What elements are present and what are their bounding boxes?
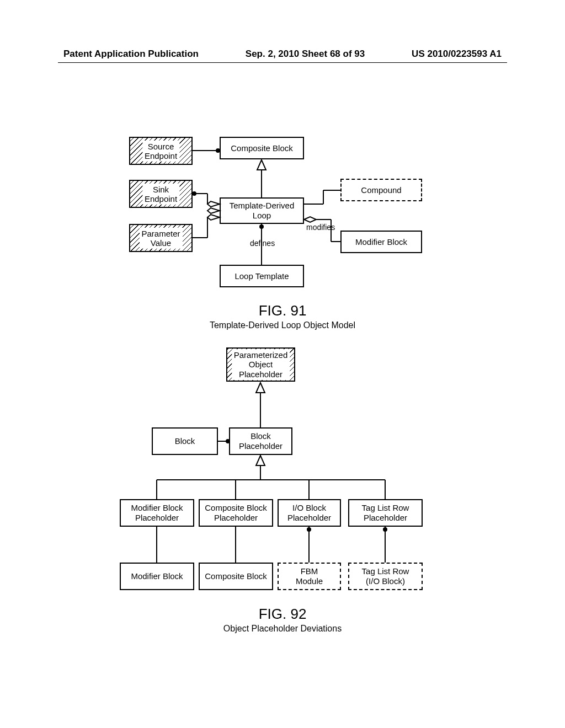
svg-point-38 — [383, 527, 387, 532]
fig92-caption: Object Placeholder Deviations — [172, 624, 393, 634]
svg-marker-15 — [207, 201, 220, 207]
header-center: Sep. 2, 2010 Sheet 68 of 93 — [246, 49, 365, 60]
figure-92: ParameterizedObjectPlaceholder Block Blo… — [0, 347, 565, 590]
fig92-title: FIG. 92 — [172, 606, 393, 623]
svg-point-12 — [216, 148, 220, 153]
fig92-caption-group: FIG. 92 Object Placeholder Deviations — [172, 606, 393, 634]
svg-marker-26 — [256, 456, 265, 465]
fig92-connectors — [0, 347, 565, 601]
header-left: Patent Application Publication — [63, 49, 199, 60]
svg-marker-20 — [207, 208, 220, 213]
fig91-title: FIG. 91 — [172, 302, 393, 319]
svg-point-24 — [226, 439, 230, 443]
fig91-connectors — [0, 137, 565, 313]
svg-marker-19 — [207, 215, 220, 220]
svg-point-10 — [259, 224, 264, 229]
svg-point-16 — [192, 191, 196, 196]
page-header: Patent Application Publication Sep. 2, 2… — [0, 49, 565, 60]
svg-marker-22 — [256, 383, 265, 393]
header-divider — [58, 62, 507, 63]
header-right: US 2010/0223593 A1 — [412, 49, 502, 60]
svg-point-36 — [307, 527, 311, 532]
fig91-caption-group: FIG. 91 Template-Derived Loop Object Mod… — [172, 302, 393, 330]
svg-marker-1 — [257, 160, 266, 170]
fig91-caption: Template-Derived Loop Object Model — [172, 320, 393, 330]
svg-marker-5 — [304, 217, 316, 222]
